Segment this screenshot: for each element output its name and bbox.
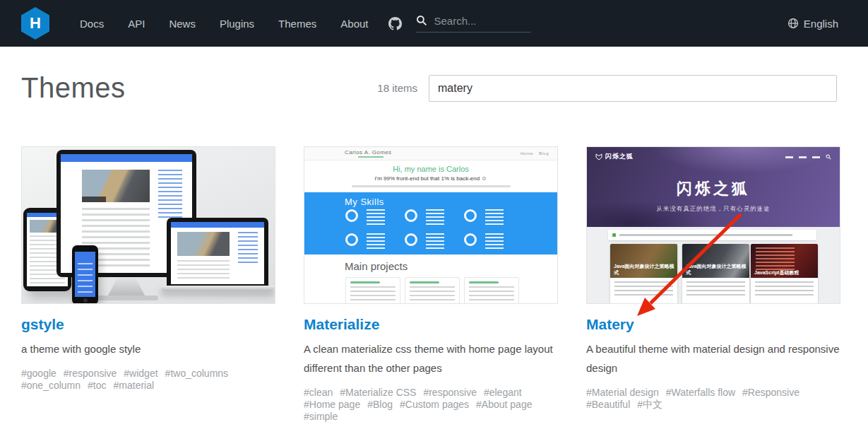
- github-link[interactable]: [388, 17, 402, 30]
- tag: #simple: [304, 411, 338, 423]
- nav-item-about[interactable]: About: [328, 18, 380, 30]
- nav-search-input[interactable]: [434, 15, 531, 27]
- search-icon: [416, 15, 427, 26]
- search-icon: [826, 154, 831, 160]
- fox-logo-icon: [595, 153, 602, 160]
- tag: #toc: [88, 380, 106, 392]
- theme-card-gstyle: gstyle a theme with google style #google…: [21, 146, 275, 423]
- nav-item-news[interactable]: News: [157, 18, 208, 30]
- tag: #Responsive: [742, 387, 799, 399]
- theme-title-matery[interactable]: Matery: [586, 316, 840, 333]
- preview-hero-subtitle: 从来没有真正的绝境，只有心灵的迷途: [587, 205, 840, 214]
- tag: #responsive: [64, 368, 117, 380]
- tag: #Custom pages: [400, 399, 469, 411]
- preview-hero-title: Hi, my name is Carlos: [304, 165, 557, 173]
- theme-title-gstyle[interactable]: gstyle: [21, 316, 275, 333]
- materialize-preview-image[interactable]: Carlos A. Gomes HomeBlog Hi, my name is …: [304, 146, 558, 304]
- tag: #Beautiful: [586, 399, 630, 411]
- preview-post-card: Java面向对象设计之策略模式: [610, 244, 677, 304]
- gstyle-preview-image[interactable]: [21, 146, 275, 304]
- theme-description: a theme with google style: [21, 339, 275, 358]
- language-switcher[interactable]: English: [787, 18, 838, 30]
- theme-tags: #google#responsive#widget#two_columns#on…: [21, 368, 275, 392]
- hexo-logo[interactable]: H: [21, 7, 49, 40]
- preview-notice-bar: [608, 230, 816, 240]
- preview-skills-heading: My Skills: [345, 197, 384, 207]
- theme-card-grid: gstyle a theme with google style #google…: [0, 146, 868, 423]
- tag: #Home page: [304, 399, 360, 411]
- nav-item-plugins[interactable]: Plugins: [208, 18, 266, 30]
- matery-preview-image[interactable]: 闪烁之狐 闪烁之狐 从来没有真正的绝境，只有心灵的迷途 Java面向对象设计之策…: [586, 146, 840, 304]
- tag: #About page: [476, 399, 532, 411]
- theme-description: A beautiful theme with material design a…: [586, 339, 840, 378]
- preview-hero-title: 闪烁之狐: [587, 178, 840, 199]
- top-navbar: H Docs API News Plugins Themes About Eng…: [0, 0, 868, 47]
- preview-hero-line: I'm 99% front-end but that 1% is back-en…: [304, 175, 557, 182]
- tag: #elegant: [484, 387, 522, 399]
- page: H Docs API News Plugins Themes About Eng…: [0, 0, 868, 427]
- theme-filter-input[interactable]: [429, 75, 837, 102]
- tag: #material: [114, 380, 155, 392]
- theme-tags: #clean#Materialize CSS#responsive#elegan…: [304, 387, 558, 423]
- preview-post-card: JavaScript基础教程: [751, 244, 818, 304]
- language-label: English: [804, 18, 838, 30]
- tag: #Materialize CSS: [340, 387, 416, 399]
- tag: #google: [21, 368, 57, 380]
- nav-search: [416, 15, 531, 33]
- laptop-mockup: [160, 218, 275, 297]
- preview-site-name: Carlos A. Gomes: [345, 149, 391, 156]
- theme-card-materialize: Carlos A. Gomes HomeBlog Hi, my name is …: [304, 146, 558, 423]
- nav-item-themes[interactable]: Themes: [266, 18, 328, 30]
- page-head: Themes 18 items: [0, 72, 868, 104]
- theme-card-matery: 闪烁之狐 闪烁之狐 从来没有真正的绝境，只有心灵的迷途 Java面向对象设计之策…: [586, 146, 840, 423]
- nav-item-api[interactable]: API: [116, 18, 157, 30]
- tag: #Waterfalls flow: [666, 387, 735, 399]
- github-octocat-icon: [388, 17, 402, 30]
- page-title: Themes: [21, 72, 126, 104]
- tag: #Blog: [367, 399, 393, 411]
- tag: #responsive: [423, 387, 477, 399]
- theme-title-materialize[interactable]: Materialize: [304, 316, 558, 333]
- preview-post-card: Java面向对象设计之策略模式: [682, 244, 749, 304]
- tag: #clean: [304, 387, 333, 399]
- main-nav: Docs API News Plugins Themes About: [68, 18, 380, 30]
- tag: #two_columns: [165, 368, 229, 380]
- globe-icon: [787, 18, 799, 29]
- tag: #Material design: [586, 387, 659, 399]
- items-count: 18 items: [377, 82, 417, 94]
- tag: #widget: [124, 368, 157, 380]
- tag: #one_column: [21, 380, 81, 392]
- tag: #中文: [637, 399, 662, 411]
- preview-projects-heading: Main projects: [345, 260, 408, 272]
- preview-site-name: 闪烁之狐: [605, 152, 634, 161]
- hexo-logo-letter: H: [30, 14, 41, 33]
- theme-description: A clean materialize css theme with home …: [304, 339, 558, 378]
- theme-tags: #Material design#Waterfalls flow#Respons…: [586, 387, 840, 411]
- phone-mockup: [72, 245, 98, 304]
- nav-item-docs[interactable]: Docs: [68, 18, 116, 30]
